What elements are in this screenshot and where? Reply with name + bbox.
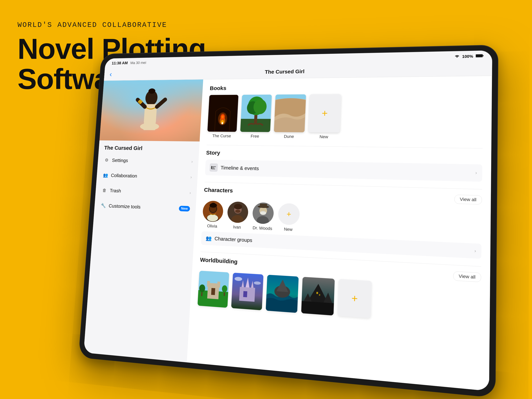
book-label-new: New bbox=[319, 134, 328, 139]
char-groups-chevron: › bbox=[474, 248, 476, 254]
hero-subtitle: WORLD'S ADVANCED COLLABORATIVE bbox=[18, 21, 206, 29]
characters-section: Characters View all bbox=[201, 187, 482, 259]
add-character-plus-icon: + bbox=[286, 210, 291, 219]
timeline-icon bbox=[209, 163, 218, 172]
world-card-1[interactable] bbox=[197, 270, 229, 308]
book-label-free: Free bbox=[250, 134, 259, 139]
characters-section-title: Characters bbox=[204, 187, 233, 194]
svg-rect-57 bbox=[224, 292, 225, 296]
book-label-dune: Dune bbox=[284, 134, 294, 139]
svg-rect-62 bbox=[239, 287, 255, 302]
collaboration-icon: 👥 bbox=[102, 171, 109, 179]
person-illustration bbox=[130, 87, 171, 141]
worldbuilding-section: Worldbuilding View all bbox=[197, 256, 481, 326]
collaboration-chevron: › bbox=[190, 175, 192, 180]
svg-rect-1 bbox=[476, 55, 482, 57]
character-add-new[interactable]: + New bbox=[278, 203, 300, 232]
settings-icon: ⚙ bbox=[103, 156, 110, 164]
character-olivia[interactable]: Olivia bbox=[202, 200, 224, 229]
add-world-plus-icon: + bbox=[351, 292, 358, 305]
timeline-chevron: › bbox=[475, 170, 477, 176]
tablet-device: 11:38 AM Ma 30 mei 100% ‹ The Cursed Gir… bbox=[78, 45, 499, 398]
character-ivan[interactable]: Ivan bbox=[227, 201, 249, 230]
story-section: Story Timeline & events bbox=[205, 149, 482, 182]
trash-chevron: › bbox=[190, 191, 191, 195]
char-name-dr-woods: Dr. Woods bbox=[253, 225, 272, 231]
project-name: The Cursed Girl bbox=[99, 141, 200, 154]
trash-label: Trash bbox=[110, 188, 188, 196]
svg-line-7 bbox=[157, 100, 165, 107]
timeline-label: Timeline & events bbox=[221, 165, 475, 176]
char-name-olivia: Olivia bbox=[207, 224, 217, 229]
story-timeline-item[interactable]: Timeline & events › bbox=[205, 160, 482, 182]
svg-rect-46 bbox=[260, 204, 267, 208]
book-label-the-curse: The Curse bbox=[212, 134, 231, 139]
book-cover-free bbox=[240, 95, 272, 132]
book-card-free[interactable]: Free bbox=[240, 95, 272, 139]
svg-rect-9 bbox=[143, 123, 156, 130]
svg-rect-74 bbox=[317, 292, 318, 294]
worldbuilding-view-all-button[interactable]: View all bbox=[453, 271, 481, 282]
status-date: Ma 30 mei bbox=[130, 61, 146, 65]
nav-back-button[interactable]: ‹ bbox=[109, 70, 112, 78]
sidebar-menu: ⚙ Settings › 👥 Collaboration › 🗑 bbox=[83, 153, 199, 362]
battery-icon bbox=[476, 54, 483, 58]
char-groups-icon: 👥 bbox=[206, 235, 212, 241]
main-panel: Books bbox=[187, 76, 492, 391]
svg-rect-29 bbox=[211, 166, 212, 169]
customize-badge: New bbox=[179, 206, 190, 211]
tablet-outer: 11:38 AM Ma 30 mei 100% ‹ The Cursed Gir… bbox=[78, 45, 499, 398]
customize-icon: 🔧 bbox=[100, 202, 107, 209]
avatar-olivia bbox=[202, 200, 224, 222]
svg-rect-63 bbox=[243, 291, 247, 297]
world-card-3[interactable] bbox=[266, 275, 299, 313]
trash-icon: 🗑 bbox=[101, 187, 108, 194]
settings-label: Settings bbox=[112, 157, 190, 164]
customize-label: Customize tools bbox=[108, 203, 179, 211]
books-row: The Curse bbox=[207, 93, 483, 141]
status-right: 100% bbox=[455, 54, 483, 59]
sidebar: The Cursed Girl ⚙ Settings › 👥 Collabora… bbox=[83, 79, 203, 362]
svg-rect-27 bbox=[211, 167, 214, 168]
story-section-title: Story bbox=[206, 149, 482, 160]
book-cover-the-curse bbox=[207, 95, 239, 132]
project-cover-image bbox=[100, 79, 203, 142]
menu-item-settings[interactable]: ⚙ Settings › bbox=[100, 153, 196, 169]
nav-title: The Cursed Girl bbox=[265, 68, 304, 75]
wifi-icon bbox=[455, 54, 460, 59]
avatar-dr-woods bbox=[252, 202, 274, 224]
collaboration-label: Collaboration bbox=[111, 173, 189, 180]
world-card-2[interactable] bbox=[231, 273, 263, 310]
svg-rect-28 bbox=[211, 168, 215, 169]
svg-rect-26 bbox=[211, 166, 216, 167]
svg-rect-2 bbox=[483, 55, 483, 56]
character-dr-woods[interactable]: Dr. Woods bbox=[252, 202, 274, 231]
char-name-ivan: Ivan bbox=[233, 225, 241, 230]
char-name-new: New bbox=[284, 227, 293, 232]
settings-chevron: › bbox=[191, 159, 193, 164]
tablet-screen: 11:38 AM Ma 30 mei 100% ‹ The Cursed Gir… bbox=[83, 51, 492, 391]
avatar-new: + bbox=[278, 203, 300, 225]
svg-rect-55 bbox=[201, 292, 203, 296]
menu-item-collaboration[interactable]: 👥 Collaboration › bbox=[99, 168, 195, 185]
char-groups-label: Character groups bbox=[214, 236, 474, 254]
characters-view-all-button[interactable]: View all bbox=[454, 195, 482, 205]
worldbuilding-section-title: Worldbuilding bbox=[200, 256, 238, 265]
svg-rect-12 bbox=[207, 95, 239, 132]
book-cover-new: + bbox=[309, 94, 341, 133]
book-cover-dune bbox=[274, 94, 306, 132]
book-card-new[interactable]: + New bbox=[308, 94, 341, 140]
menu-item-trash[interactable]: 🗑 Trash › bbox=[98, 183, 194, 200]
battery-text: 100% bbox=[462, 54, 473, 59]
menu-item-customize[interactable]: 🔧 Customize tools New bbox=[97, 198, 193, 216]
books-section-title: Books bbox=[210, 82, 483, 91]
world-card-new[interactable]: + bbox=[337, 279, 372, 318]
svg-rect-75 bbox=[319, 294, 320, 296]
status-time: 11:38 AM bbox=[112, 61, 128, 66]
svg-rect-73 bbox=[301, 301, 334, 315]
content-area: The Cursed Girl ⚙ Settings › 👥 Collabora… bbox=[83, 76, 492, 391]
book-card-dune[interactable]: Dune bbox=[274, 94, 306, 139]
world-card-4[interactable] bbox=[301, 277, 335, 316]
book-card-the-curse[interactable]: The Curse bbox=[207, 95, 238, 139]
svg-rect-53 bbox=[211, 288, 215, 295]
